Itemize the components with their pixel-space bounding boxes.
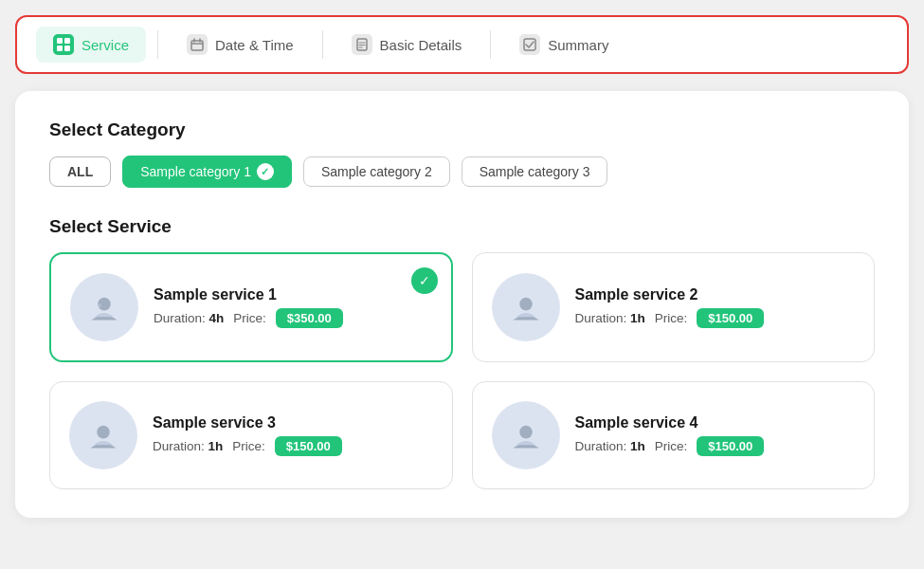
check-icon bbox=[519, 34, 540, 55]
svg-point-17 bbox=[519, 426, 533, 439]
service-1-price-label: Price: bbox=[233, 311, 266, 325]
service-3-price-badge: $150.00 bbox=[275, 436, 342, 456]
service-1-info: Sample service 1 Duration: 4h Price: $35… bbox=[154, 286, 432, 328]
category-row: ALL Sample category 1 ✓ Sample category … bbox=[49, 156, 875, 188]
service-3-meta: Duration: 1h Price: $150.00 bbox=[153, 436, 433, 456]
svg-rect-0 bbox=[57, 38, 63, 44]
tab-basic[interactable]: Basic Details bbox=[335, 27, 480, 63]
service-3-info: Sample service 3 Duration: 1h Price: $15… bbox=[153, 414, 433, 456]
category-3-button[interactable]: Sample category 3 bbox=[462, 156, 608, 187]
service-4-meta: Duration: 1h Price: $150.00 bbox=[575, 436, 856, 456]
tab-datetime-label: Date & Time bbox=[215, 37, 294, 53]
category-all-label: ALL bbox=[67, 164, 93, 179]
service-1-duration-label: Duration: 4h bbox=[154, 311, 224, 325]
service-2-price-label: Price: bbox=[655, 311, 688, 325]
svg-rect-2 bbox=[57, 46, 63, 51]
service-2-name: Sample service 2 bbox=[575, 286, 856, 303]
service-1-image bbox=[70, 273, 138, 341]
service-card-1[interactable]: Sample service 1 Duration: 4h Price: $35… bbox=[49, 252, 453, 362]
service-1-price-badge: $350.00 bbox=[276, 308, 343, 328]
main-content-card: Select Category ALL Sample category 1 ✓ … bbox=[15, 91, 909, 518]
category-all-button[interactable]: ALL bbox=[49, 156, 111, 187]
svg-rect-4 bbox=[191, 41, 203, 50]
grid-icon bbox=[53, 34, 74, 55]
service-card-2[interactable]: Sample service 2 Duration: 1h Price: $15… bbox=[472, 252, 876, 362]
select-service-section: Select Service Sample service 1 Duration… bbox=[49, 216, 875, 489]
select-service-title: Select Service bbox=[49, 216, 875, 237]
service-3-name: Sample service 3 bbox=[153, 414, 433, 431]
svg-rect-1 bbox=[64, 38, 70, 44]
tab-service-label: Service bbox=[82, 37, 129, 53]
service-3-image bbox=[69, 401, 137, 469]
service-2-duration-label: Duration: 1h bbox=[575, 311, 645, 325]
tab-summary[interactable]: Summary bbox=[502, 27, 625, 63]
svg-point-16 bbox=[97, 426, 110, 439]
nav-divider-1 bbox=[157, 30, 158, 59]
doc-icon bbox=[352, 34, 372, 55]
service-1-meta: Duration: 4h Price: $350.00 bbox=[154, 308, 432, 328]
category-1-label: Sample category 1 bbox=[140, 164, 251, 179]
category-3-label: Sample category 3 bbox=[480, 164, 590, 179]
svg-rect-3 bbox=[64, 46, 70, 51]
select-category-section: Select Category ALL Sample category 1 ✓ … bbox=[49, 119, 875, 188]
service-4-price-badge: $150.00 bbox=[697, 436, 764, 456]
category-2-label: Sample category 2 bbox=[321, 164, 432, 179]
service-4-duration-label: Duration: 1h bbox=[575, 439, 645, 453]
svg-point-14 bbox=[98, 303, 101, 307]
service-2-price-badge: $150.00 bbox=[697, 308, 764, 328]
select-category-title: Select Category bbox=[49, 119, 875, 140]
service-4-image bbox=[492, 401, 560, 469]
tab-basic-label: Basic Details bbox=[380, 37, 462, 53]
service-grid: Sample service 1 Duration: 4h Price: $35… bbox=[49, 252, 875, 489]
tab-service[interactable]: Service bbox=[36, 27, 146, 63]
nav-divider-2 bbox=[322, 30, 323, 59]
service-card-4[interactable]: Sample service 4 Duration: 1h Price: $15… bbox=[472, 381, 876, 489]
service-1-name: Sample service 1 bbox=[154, 286, 432, 303]
service-2-info: Sample service 2 Duration: 1h Price: $15… bbox=[575, 286, 856, 328]
service-1-selected-check: ✓ bbox=[411, 267, 438, 294]
service-3-price-label: Price: bbox=[232, 439, 265, 453]
service-4-price-label: Price: bbox=[655, 439, 688, 453]
service-4-info: Sample service 4 Duration: 1h Price: $15… bbox=[575, 414, 856, 456]
tab-datetime[interactable]: Date & Time bbox=[170, 27, 311, 63]
service-3-duration-label: Duration: 1h bbox=[153, 439, 223, 453]
svg-point-15 bbox=[519, 298, 533, 311]
service-4-name: Sample service 4 bbox=[575, 414, 856, 431]
service-2-meta: Duration: 1h Price: $150.00 bbox=[575, 308, 856, 328]
service-2-image bbox=[492, 273, 560, 341]
category-1-check: ✓ bbox=[257, 163, 274, 180]
category-2-button[interactable]: Sample category 2 bbox=[303, 156, 450, 187]
nav-bar: Service Date & Time Basic Details bbox=[15, 15, 909, 74]
tab-summary-label: Summary bbox=[548, 37, 608, 53]
nav-divider-3 bbox=[490, 30, 491, 59]
service-card-3[interactable]: Sample service 3 Duration: 1h Price: $15… bbox=[49, 381, 453, 489]
calendar-icon bbox=[187, 34, 208, 55]
category-1-button[interactable]: Sample category 1 ✓ bbox=[122, 156, 292, 188]
